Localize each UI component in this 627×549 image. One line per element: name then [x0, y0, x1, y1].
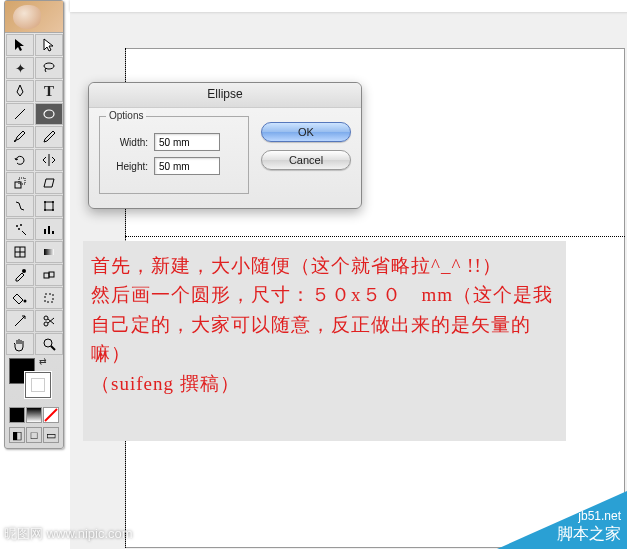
magic-wand-tool[interactable]: ✦ [6, 57, 34, 79]
svg-point-9 [44, 209, 46, 211]
column-graph-tool[interactable] [35, 218, 63, 240]
watermark-site-cn: 脚本之家 [557, 524, 621, 545]
svg-point-27 [44, 316, 48, 320]
ok-button[interactable]: OK [261, 122, 351, 142]
instruction-text-overlay: 首先，新建，大小随便（这个就省略拉^_^ !!） 然后画一个圆形，尺寸：５０x５… [83, 241, 566, 441]
svg-rect-20 [44, 249, 54, 255]
toolbox-header-image [5, 1, 63, 33]
svg-rect-6 [45, 202, 53, 210]
svg-point-26 [44, 322, 48, 326]
mesh-tool[interactable] [6, 241, 34, 263]
rotate-tool[interactable] [6, 149, 34, 171]
hand-tool[interactable] [6, 333, 34, 355]
instruction-line-2: 然后画一个圆形，尺寸：５０x５０ mm（这个是我自己定的，大家可以随意，反正做出… [91, 280, 558, 368]
paintbrush-tool[interactable] [6, 126, 34, 148]
symbol-sprayer-tool[interactable] [6, 218, 34, 240]
width-input[interactable] [154, 133, 220, 151]
live-paint-bucket-tool[interactable] [6, 287, 34, 309]
swap-fill-stroke-icon[interactable]: ⇄ [39, 356, 47, 366]
ellipse-tool[interactable] [35, 103, 63, 125]
svg-rect-22 [44, 273, 49, 278]
svg-rect-5 [19, 178, 25, 184]
warp-tool[interactable] [6, 195, 34, 217]
svg-rect-4 [15, 182, 21, 188]
color-swatches[interactable]: ⇄ [5, 356, 63, 406]
line-segment-tool[interactable] [6, 103, 34, 125]
gradient-tool[interactable] [35, 241, 63, 263]
screen-mode-full-icon[interactable]: ▭ [43, 427, 59, 443]
options-legend: Options [106, 110, 146, 121]
height-label: Height: [108, 161, 148, 172]
scale-tool[interactable] [6, 172, 34, 194]
height-input[interactable] [154, 157, 220, 175]
pen-tool[interactable] [6, 80, 34, 102]
svg-point-10 [52, 209, 54, 211]
gradient-mode-icon[interactable] [26, 407, 42, 423]
watermark-bottom-left: 昵图网 www.nipic.com [4, 525, 133, 543]
svg-line-30 [45, 409, 57, 421]
lasso-tool[interactable] [35, 57, 63, 79]
dialog-title: Ellipse [89, 83, 361, 108]
direct-selection-tool[interactable] [35, 34, 63, 56]
eyedropper-tool[interactable] [6, 264, 34, 286]
toolbox-panel: ✦ T ⇄ ◧ □ ▭ [4, 0, 64, 449]
blend-tool[interactable] [35, 264, 63, 286]
svg-rect-25 [45, 294, 53, 302]
svg-point-7 [44, 201, 46, 203]
slice-tool[interactable] [6, 310, 34, 332]
none-mode-icon[interactable] [43, 407, 59, 423]
svg-point-11 [16, 225, 18, 227]
guide-horizontal [125, 236, 625, 237]
stroke-swatch[interactable] [25, 372, 51, 398]
options-fieldset: Options Width: Height: [99, 116, 249, 194]
cancel-button[interactable]: Cancel [261, 150, 351, 170]
svg-point-2 [44, 110, 54, 118]
selection-tool[interactable] [6, 34, 34, 56]
watermark-bottom-right: jb51.net 脚本之家 [437, 469, 627, 549]
svg-rect-14 [44, 229, 46, 234]
instruction-line-3: （suifeng 撰稿） [91, 369, 558, 398]
svg-point-13 [18, 228, 20, 230]
svg-point-28 [44, 339, 52, 347]
svg-line-29 [51, 346, 55, 350]
reflect-tool[interactable] [35, 149, 63, 171]
watermark-site: jb51.net [557, 509, 621, 525]
scissors-tool[interactable] [35, 310, 63, 332]
ellipse-dialog: Ellipse Options Width: Height: OK Cancel [88, 82, 362, 209]
zoom-tool[interactable] [35, 333, 63, 355]
live-paint-selection-tool[interactable] [35, 287, 63, 309]
shear-tool[interactable] [35, 172, 63, 194]
svg-point-12 [20, 224, 22, 226]
width-label: Width: [108, 137, 148, 148]
color-mode-icon[interactable] [9, 407, 25, 423]
svg-point-24 [24, 300, 27, 303]
pencil-tool[interactable] [35, 126, 63, 148]
free-transform-tool[interactable] [35, 195, 63, 217]
svg-rect-23 [49, 272, 54, 277]
svg-point-21 [22, 269, 26, 273]
svg-rect-15 [48, 226, 50, 234]
screen-mode-normal-icon[interactable]: ◧ [9, 427, 25, 443]
svg-point-8 [52, 201, 54, 203]
type-tool[interactable]: T [35, 80, 63, 102]
screen-mode-full-menu-icon[interactable]: □ [26, 427, 42, 443]
instruction-line-1: 首先，新建，大小随便（这个就省略拉^_^ !!） [91, 251, 558, 280]
svg-line-1 [15, 109, 25, 119]
svg-rect-16 [52, 231, 54, 234]
